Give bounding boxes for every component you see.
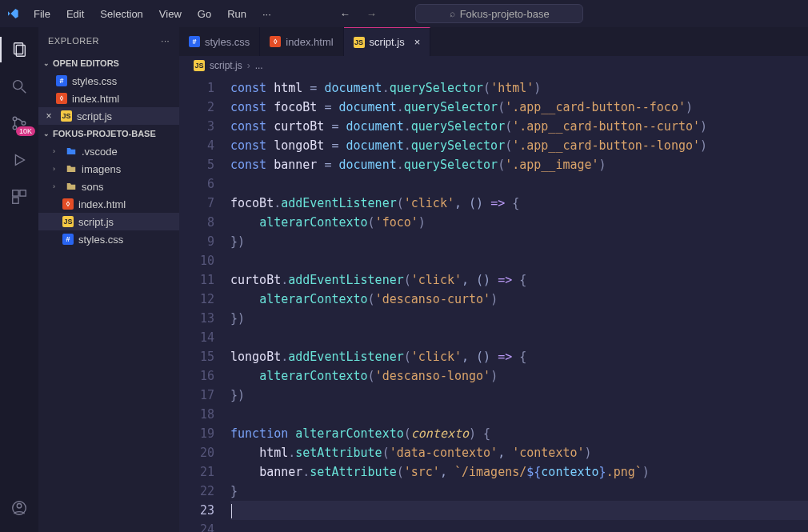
activity-run-debug-icon[interactable]: [0, 144, 38, 176]
code-line[interactable]: [230, 520, 808, 532]
menu-edit[interactable]: Edit: [60, 5, 90, 23]
open-editor-item[interactable]: #styles.css: [38, 72, 179, 90]
code-line[interactable]: function alterarContexto(contexto) {: [230, 424, 808, 443]
editor-tab[interactable]: JSscript.js×: [344, 27, 431, 56]
file-name: script.js: [77, 110, 112, 122]
code-line[interactable]: html.setAttribute('data-contexto', 'cont…: [230, 443, 808, 462]
breadcrumb-more: ...: [255, 60, 263, 71]
code-line[interactable]: [230, 174, 808, 194]
breadcrumb[interactable]: JS script.js › ...: [179, 56, 808, 75]
activity-bar: 10K: [0, 27, 38, 532]
menu-file[interactable]: File: [27, 5, 57, 23]
activity-explorer-icon[interactable]: [0, 34, 38, 66]
file-item[interactable]: ◊index.html: [38, 195, 179, 213]
svg-rect-9: [20, 190, 26, 196]
folder-item[interactable]: ›.vscode: [38, 142, 179, 160]
search-placeholder: Fokus-projeto-base: [460, 8, 550, 20]
code-content[interactable]: const html = document.querySelector('htm…: [226, 75, 808, 532]
folder-icon: [66, 163, 77, 174]
nav-back-icon[interactable]: ←: [337, 6, 354, 22]
close-icon[interactable]: ×: [43, 110, 54, 122]
line-number: 21: [179, 462, 214, 482]
html-file-icon: ◊: [62, 198, 74, 210]
main-area: 10K EXPLORER ··· ⌄ OPEN EDITORS #styles.…: [0, 27, 808, 532]
breadcrumb-separator-icon: ›: [247, 60, 250, 71]
file-name: index.html: [78, 198, 126, 210]
editor-tab[interactable]: ◊index.html: [260, 27, 343, 56]
code-line[interactable]: [230, 501, 808, 520]
activity-source-control-icon[interactable]: 10K: [0, 107, 38, 139]
code-line[interactable]: const curtoBt = document.querySelector('…: [230, 117, 808, 136]
file-name: styles.css: [78, 234, 123, 246]
code-line[interactable]: const html = document.querySelector('htm…: [230, 78, 808, 98]
js-file-icon: JS: [354, 37, 365, 48]
line-number: 14: [179, 328, 214, 347]
folder-item[interactable]: ›imagens: [38, 160, 179, 178]
line-number: 20: [179, 443, 214, 462]
code-line[interactable]: alterarContexto('descanso-curto'): [230, 290, 808, 309]
code-line[interactable]: const longoBt = document.querySelector('…: [230, 136, 808, 155]
open-editor-item[interactable]: ×JSscript.js: [38, 107, 179, 125]
code-line[interactable]: [230, 405, 808, 424]
code-line[interactable]: alterarContexto('descanso-longo'): [230, 366, 808, 386]
menu-run[interactable]: Run: [221, 5, 253, 23]
css-file-icon: #: [62, 234, 74, 245]
project-section[interactable]: ⌄ FOKUS-PROJETO-BASE: [38, 125, 179, 142]
folder-name: imagens: [82, 163, 121, 175]
line-number: 4: [179, 136, 214, 155]
folder-icon: [66, 181, 77, 192]
code-line[interactable]: [230, 251, 808, 270]
code-line[interactable]: alterarContexto('foco'): [230, 213, 808, 232]
code-line[interactable]: [230, 328, 808, 347]
menu-more-icon[interactable]: ···: [256, 5, 278, 23]
menu-selection[interactable]: Selection: [94, 5, 149, 23]
activity-search-icon[interactable]: [0, 70, 38, 102]
explorer-more-icon[interactable]: ···: [161, 36, 170, 46]
open-editor-item[interactable]: ◊index.html: [38, 90, 179, 107]
code-line[interactable]: banner.setAttribute('src', `/imagens/${c…: [230, 462, 808, 482]
file-name: index.html: [72, 93, 119, 105]
activity-accounts-icon[interactable]: [0, 492, 38, 524]
code-line[interactable]: curtoBt.addEventListener('click', () => …: [230, 270, 808, 290]
explorer-sidebar: EXPLORER ··· ⌄ OPEN EDITORS #styles.css◊…: [38, 27, 179, 532]
code-editor[interactable]: 123456789101112131415161718192021222324 …: [179, 75, 808, 532]
code-line[interactable]: const banner = document.querySelector('.…: [230, 155, 808, 174]
file-item[interactable]: JSscript.js: [38, 213, 179, 230]
chevron-down-icon: ⌄: [43, 59, 50, 67]
html-file-icon: ◊: [56, 93, 67, 104]
folder-name: sons: [82, 181, 103, 193]
explorer-title: EXPLORER: [48, 36, 99, 46]
line-number: 17: [179, 386, 214, 405]
activity-extensions-icon[interactable]: [0, 181, 38, 213]
command-center-search[interactable]: ⌕ Fokus-projeto-base: [415, 4, 584, 23]
svg-point-4: [13, 117, 17, 121]
code-line[interactable]: }: [230, 482, 808, 501]
code-line[interactable]: focoBt.addEventListener('click', () => {: [230, 194, 808, 213]
breadcrumb-file: script.js: [210, 60, 242, 71]
editor-area: #styles.css◊index.htmlJSscript.js× JS sc…: [179, 27, 808, 532]
line-number: 3: [179, 117, 214, 136]
titlebar: File Edit Selection View Go Run ··· ← → …: [0, 0, 808, 27]
line-number: 13: [179, 309, 214, 328]
close-icon[interactable]: ×: [414, 36, 421, 48]
tab-label: styles.css: [205, 36, 250, 48]
open-editors-section[interactable]: ⌄ OPEN EDITORS: [38, 54, 179, 72]
menu-view[interactable]: View: [153, 5, 188, 23]
line-number: 19: [179, 424, 214, 443]
code-line[interactable]: }): [230, 386, 808, 405]
js-file-icon: JS: [194, 60, 205, 71]
line-number: 5: [179, 155, 214, 174]
file-name: script.js: [78, 216, 114, 228]
chevron-right-icon: ›: [53, 182, 61, 190]
folder-item[interactable]: ›sons: [38, 178, 179, 195]
menu-go[interactable]: Go: [191, 5, 218, 23]
code-line[interactable]: const focoBt = document.querySelector('.…: [230, 98, 808, 117]
editor-tab[interactable]: #styles.css: [179, 27, 260, 56]
code-line[interactable]: }): [230, 232, 808, 251]
line-number: 12: [179, 290, 214, 309]
code-line[interactable]: longoBt.addEventListener('click', () => …: [230, 347, 808, 366]
file-item[interactable]: #styles.css: [38, 230, 179, 248]
code-line[interactable]: }): [230, 309, 808, 328]
svg-rect-10: [13, 198, 18, 203]
nav-forward-icon[interactable]: →: [363, 6, 380, 22]
